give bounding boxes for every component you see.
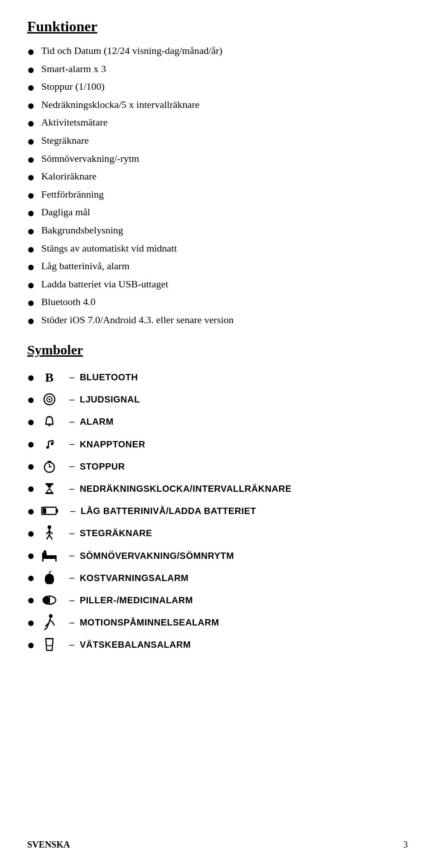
feature-text: Dagliga mål	[41, 205, 90, 219]
symbol-icon-music	[41, 437, 58, 451]
bullet-dot: ●	[27, 223, 35, 239]
symbol-label: BLUETOOTH	[80, 371, 138, 383]
symbol-bullet: ●	[27, 457, 35, 475]
symbol-icon-countdown	[41, 481, 58, 496]
svg-rect-24	[42, 553, 47, 558]
symbol-label: VÄTSKEBALANSALARM	[80, 638, 191, 651]
symbol-dash: –	[69, 526, 74, 540]
symbol-item: ● – KNAPPTONER	[27, 435, 408, 453]
feature-item: ●Bluetooth 4.0	[27, 295, 408, 310]
feature-item: ●Bakgrundsbelysning	[27, 223, 408, 239]
bullet-dot: ●	[27, 134, 35, 149]
symbol-dash: –	[69, 616, 74, 630]
feature-item: ●Dagliga mål	[27, 205, 408, 221]
symbol-icon-stopwatch	[41, 459, 58, 474]
symbol-icon-bluetooth: B	[41, 369, 58, 386]
symbol-dash: –	[69, 593, 74, 607]
feature-text: Smart-alarm x 3	[41, 62, 106, 76]
symbol-icon-glass	[41, 637, 58, 652]
symbol-item: ● – PILLER-/MEDICINALARM	[27, 591, 408, 609]
symbol-icon-battery	[41, 506, 58, 516]
symbols-title: Symboler	[27, 342, 408, 358]
svg-point-4	[48, 417, 50, 418]
symbol-dash: –	[69, 638, 74, 652]
svg-rect-26	[55, 559, 57, 562]
symbol-bullet: ●	[27, 547, 35, 564]
symbol-item: ● – VÄTSKEBALANSALARM	[27, 636, 408, 654]
symbol-label: KNAPPTONER	[80, 438, 145, 451]
bullet-dot: ●	[27, 295, 35, 310]
svg-line-21	[47, 535, 49, 539]
feature-text: Tid och Datum (12/24 visning-dag/månad/å…	[41, 44, 222, 58]
features-list: ●Tid och Datum (12/24 visning-dag/månad/…	[27, 44, 408, 329]
feature-item: ●Ladda batteriet via USB-uttaget	[27, 277, 408, 293]
symbol-item: ● B – BLUETOOTH	[27, 369, 408, 386]
feature-text: Aktivitetsmätare	[41, 116, 108, 130]
svg-line-22	[49, 535, 52, 539]
symbol-dash: –	[69, 370, 74, 384]
symbol-item: ● – LÅG BATTERINIVÅ/LADDA BATTERIET	[27, 502, 408, 520]
feature-text: Stoppur (1/100)	[41, 80, 105, 94]
symbol-bullet: ●	[27, 636, 35, 654]
bullet-dot: ●	[27, 170, 35, 185]
symbol-bullet: ●	[27, 435, 35, 453]
feature-text: Nedräkningsklocka/5 x intervallräknare	[41, 98, 199, 112]
symbol-label: LJUDSIGNAL	[80, 393, 140, 406]
feature-item: ●Aktivitetsmätare	[27, 116, 408, 131]
bullet-dot: ●	[27, 259, 35, 275]
symbol-label: SÖMNÖVERVAKNING/SÖMNRYTM	[80, 549, 234, 562]
symbol-dash: –	[69, 437, 74, 451]
bullet-dot: ●	[27, 98, 35, 113]
symbol-label: STEGRÄKNARE	[80, 527, 152, 539]
symbol-label: PILLER-/MEDICINALARM	[80, 594, 193, 606]
bullet-dot: ●	[27, 44, 35, 59]
feature-text: Stöder iOS 7.0/Android 4.3. eller senare…	[41, 313, 234, 327]
svg-rect-15	[56, 509, 58, 513]
symbol-bullet: ●	[27, 480, 35, 497]
symbol-dash: –	[69, 571, 74, 585]
feature-text: Sömnövervakning/-rytm	[41, 152, 139, 166]
symbol-bullet: ●	[27, 502, 35, 520]
symbol-bullet: ●	[27, 614, 35, 631]
svg-point-2	[48, 398, 50, 400]
symbol-label: ALARM	[80, 415, 114, 428]
svg-rect-25	[42, 559, 44, 562]
bullet-dot: ●	[27, 80, 35, 95]
bullet-dot: ●	[27, 62, 35, 78]
feature-item: ●Låg batterinivå, alarm	[27, 259, 408, 275]
symbol-item: ● – STOPPUR	[27, 457, 408, 475]
symbol-item: ● – ALARM	[27, 413, 408, 431]
symbol-bullet: ●	[27, 369, 35, 386]
bullet-dot: ●	[27, 313, 35, 329]
symbol-label: STOPPUR	[80, 460, 125, 473]
symbol-icon-pill	[41, 594, 58, 606]
symbols-list: ● B – BLUETOOTH ● – LJUDSIGNAL ● – ALARM…	[27, 369, 408, 654]
symbol-bullet: ●	[27, 524, 35, 542]
bullet-dot: ●	[27, 205, 35, 221]
symbol-icon-sound	[41, 392, 58, 407]
feature-item: ●Nedräkningsklocka/5 x intervallräknare	[27, 98, 408, 113]
symbol-item: ● – MOTIONSPÅMINNELSEALARM	[27, 614, 408, 631]
feature-text: Stängs av automatiskt vid midnatt	[41, 242, 177, 256]
symbol-icon-apple	[41, 570, 58, 586]
symbol-item: ● – STEGRÄKNARE	[27, 524, 408, 542]
symbol-icon-alarm_bell	[41, 414, 58, 429]
feature-item: ●Stegräknare	[27, 134, 408, 149]
feature-item: ●Tid och Datum (12/24 visning-dag/månad/…	[27, 44, 408, 59]
symbol-icon-run	[41, 614, 58, 631]
svg-point-30	[43, 596, 49, 604]
feature-item: ●Stöder iOS 7.0/Android 4.3. eller senar…	[27, 313, 408, 329]
svg-rect-12	[45, 483, 53, 485]
feature-item: ●Sömnövervakning/-rytm	[27, 152, 408, 167]
symbol-dash: –	[69, 459, 74, 473]
symbol-item: ● – KOSTVARNINGSALARM	[27, 569, 408, 587]
svg-point-5	[46, 446, 49, 449]
symbol-bullet: ●	[27, 413, 35, 431]
symbol-dash: –	[69, 415, 74, 429]
feature-text: Ladda batteriet via USB-uttaget	[41, 277, 168, 291]
bullet-dot: ●	[27, 242, 35, 257]
symbol-icon-sleep	[41, 549, 58, 563]
footer: SVENSKA 3	[27, 839, 408, 850]
footer-page-number: 3	[403, 839, 408, 850]
symbol-dash: –	[69, 548, 74, 563]
